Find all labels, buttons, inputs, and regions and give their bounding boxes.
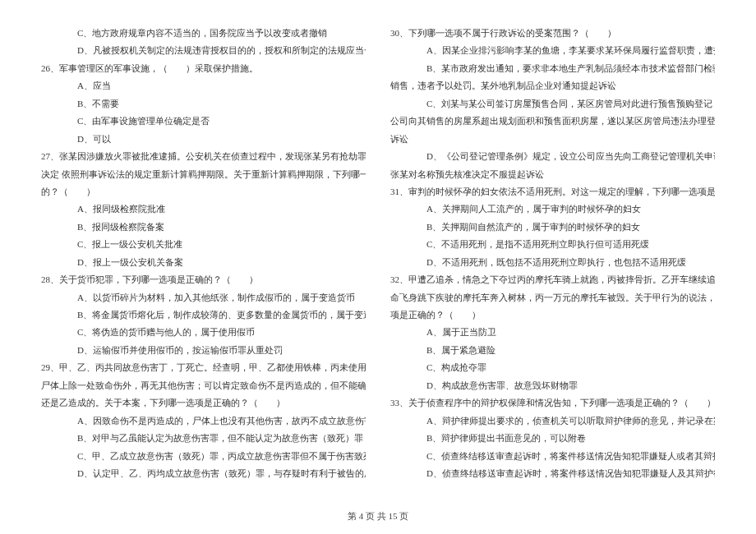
right-line: 公司向其销售的房屋系超出规划面积和预售面积房屋，遂以某区房管局违法办理登记为由提… bbox=[390, 113, 715, 130]
right-line: 销售，违者予以处罚。某外地乳制品企业对通知提起诉讼 bbox=[390, 77, 715, 94]
left-line: A、应当 bbox=[41, 77, 366, 94]
right-line: D、构成故意伤害罪、故意毁坏财物罪 bbox=[390, 377, 715, 394]
left-line: 28、关于货币犯罪，下列哪一选项是正确的？（ ） bbox=[41, 271, 366, 288]
right-line: A、属于正当防卫 bbox=[390, 324, 715, 341]
right-line: B、某市政府发出通知，要求非本地生产乳制品须经本市技术监督部门检验合格方可在本地 bbox=[390, 60, 715, 77]
right-line: 项是正确的？（ ） bbox=[390, 306, 715, 324]
right-line: D、侦查终结移送审查起诉时，将案件移送情况告知犯罪嫌疑人及其辩护律师 bbox=[390, 465, 715, 482]
left-line: D、凡被授权机关制定的法规违背授权目的的，授权和所制定的法规应当一并被撤销 bbox=[41, 42, 366, 59]
left-line: A、以货币碎片为材料，加入其他纸张，制作成假币的，属于变造货币 bbox=[41, 289, 366, 306]
right-line: C、侦查终结移送审查起诉时，将案件移送情况告知犯罪嫌疑人或者其辩护律师 bbox=[390, 448, 715, 465]
left-line: A、因致命伤不是丙造成的，尸体上也没有其他伤害，故丙不成立故意伤害罪 bbox=[41, 412, 366, 430]
right-line: A、辩护律师提出要求的，侦查机关可以听取辩护律师的意见，并记录在案 bbox=[390, 412, 715, 430]
right-line: 30、下列哪一选项不属于行政诉讼的受案范围？（ ） bbox=[390, 25, 715, 42]
right-line: A、关押期间人工流产的，属于审判的时候怀孕的妇女 bbox=[390, 200, 715, 218]
left-line: 26、军事管理区的军事设施，（ ）采取保护措施。 bbox=[41, 60, 366, 77]
left-line: 的？（ ） bbox=[41, 183, 366, 200]
right-line: B、关押期间自然流产的，属于审判的时候怀孕的妇女 bbox=[390, 219, 715, 236]
left-line: C、甲、乙成立故意伤害（致死）罪，丙成立故意伤害罪但不属于伤害致死 bbox=[41, 448, 366, 465]
right-line: 诉讼 bbox=[390, 131, 715, 148]
left-line: C、报上一级公安机关批准 bbox=[41, 236, 366, 253]
left-line: C、由军事设施管理单位确定是否 bbox=[41, 113, 366, 130]
left-line: B、报同级检察院备案 bbox=[41, 219, 366, 236]
left-line: D、认定甲、乙、丙均成立故意伤害（致死）罪，与存疑时有利于被告的原则并不矛盾 bbox=[41, 465, 366, 482]
left-column: C、地方政府规章内容不适当的，国务院应当予以改变或者撤销D、凡被授权机关制定的法… bbox=[41, 25, 366, 493]
left-line: C、地方政府规章内容不适当的，国务院应当予以改变或者撤销 bbox=[41, 25, 366, 42]
page-footer: 第 4 页 共 15 页 bbox=[0, 510, 756, 522]
right-line: D、不适用死刑，既包括不适用死刑立即执行，也包括不适用死缓 bbox=[390, 254, 715, 271]
right-line: C、构成抢夺罪 bbox=[390, 359, 715, 376]
right-line: 33、关于侦查程序中的辩护权保障和情况告知，下列哪一选项是正确的？（ ） bbox=[390, 394, 715, 412]
left-line: 还是乙造成的。关于本案，下列哪一选项是正确的？（ ） bbox=[41, 394, 366, 412]
left-line: B、不需要 bbox=[41, 95, 366, 113]
left-line: C、将伪造的货币赠与他人的，属于使用假币 bbox=[41, 324, 366, 341]
left-line: B、对甲与乙虽能认定为故意伤害罪，但不能认定为故意伤害（致死）罪 bbox=[41, 430, 366, 447]
right-line: 31、审判的时候怀孕的妇女依法不适用死刑。对这一规定的理解，下列哪一选项是错误的… bbox=[390, 183, 715, 200]
left-line: 29、甲、乙、丙共同故意伤害丁，丁死亡。经查明，甲、乙都使用铁棒，丙未使用任何凶… bbox=[41, 359, 366, 376]
right-line: 命飞身跳下疾驶的摩托车奔入树林，丙一万元的摩托车被毁。关于甲行为的说法，下列哪一… bbox=[390, 289, 715, 306]
left-line: B、将金属货币熔化后，制作成较薄的、更多数量的金属货币的，属于变造货币 bbox=[41, 306, 366, 324]
left-line: D、运输假币并使用假币的，按运输假币罪从重处罚 bbox=[41, 342, 366, 359]
right-line: 张某对名称预先核准决定不服提起诉讼 bbox=[390, 166, 715, 183]
right-line: C、刘某与某公司签订房屋预售合同，某区房管局对此进行预售预购登记，后刘某了解到某 bbox=[390, 95, 715, 113]
left-line: 决定 依照刑事诉讼法的规定重新计算羁押期限。关于重新计算羁押期限，下列哪一选项是… bbox=[41, 166, 366, 183]
right-line: B、辩护律师提出书面意见的，可以附卷 bbox=[390, 430, 715, 447]
right-line: D、《公司登记管理条例》规定，设立公司应当先向工商登记管理机关申请名称预先核准。 bbox=[390, 148, 715, 165]
two-column-layout: C、地方政府规章内容不适当的，国务院应当予以改变或者撤销D、凡被授权机关制定的法… bbox=[41, 25, 715, 493]
left-line: 尸体上除一处致命伤外，再无其他伤害；可以肯定致命伤不是丙造成的，但不能确定是甲造… bbox=[41, 377, 366, 394]
right-line: 32、甲遭乙追杀，情急之下夺过丙的摩托车骑上就跑，丙被摔骨折。乙开车继续追杀，甲… bbox=[390, 271, 715, 288]
right-line: B、属于紧急避险 bbox=[390, 342, 715, 359]
left-line: D、报上一级公安机关备案 bbox=[41, 254, 366, 271]
right-line: A、因某企业排污影响李某的鱼塘，李某要求某环保局履行监督职责，遭拒绝后向法院起诉 bbox=[390, 42, 715, 59]
right-column: 30、下列哪一选项不属于行政诉讼的受案范围？（ ）A、因某企业排污影响李某的鱼塘… bbox=[390, 25, 715, 493]
left-line: D、可以 bbox=[41, 131, 366, 148]
right-line: C、不适用死刑，是指不适用死刑立即执行但可适用死缓 bbox=[390, 236, 715, 253]
left-line: 27、张某因涉嫌放火罪被批准逮捕。公安机关在侦查过程中，发现张某另有抢劫罪的重大… bbox=[41, 148, 366, 165]
left-line: A、报同级检察院批准 bbox=[41, 200, 366, 218]
